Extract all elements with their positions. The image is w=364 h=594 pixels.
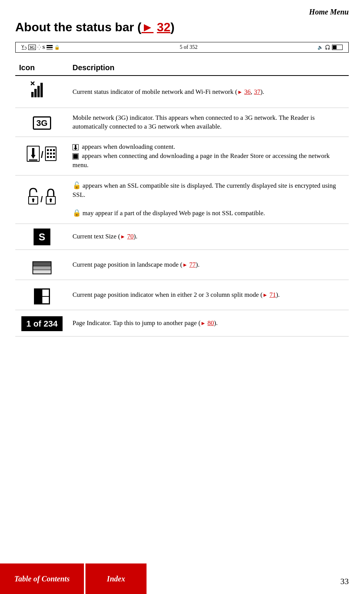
svg-rect-16 — [53, 149, 55, 151]
svg-rect-33 — [75, 156, 76, 157]
table-row: / — [15, 137, 349, 175]
svg-text:/: / — [41, 150, 43, 160]
svg-text:!: ! — [53, 192, 54, 196]
page-wrapper: Home Menu About the status bar (► 32) Y̲… — [0, 0, 364, 594]
col-icon-header: Icon — [15, 60, 69, 76]
svg-rect-8 — [32, 148, 34, 155]
svg-rect-15 — [50, 149, 52, 151]
desc-cell-lock: 🔓 appears when an SSL compatible site is… — [69, 175, 349, 224]
ref-link-77[interactable]: 77 — [189, 261, 196, 268]
icon-cell-lock: / ! — [15, 175, 69, 224]
s-icon-demo: S — [42, 45, 45, 50]
svg-rect-22 — [53, 156, 55, 158]
desc-cell-grid: Current page position indicator when in … — [69, 280, 349, 310]
icon-cell-signal — [15, 76, 69, 108]
desc-cell-s: Current text Size (► 70). — [69, 224, 349, 250]
landscape-icon — [32, 261, 52, 274]
battery-icon — [332, 45, 343, 50]
title-arrow: ► — [142, 20, 154, 34]
svg-rect-32 — [73, 156, 75, 157]
icon-cell-page-indicator: 1 of 234 — [15, 310, 69, 336]
ref-link-36[interactable]: 36 — [244, 88, 251, 95]
desc-cell-page-indicator: Page Indicator. Tap this to jump to anot… — [69, 310, 349, 336]
footer-bar: Table of Contents Index 33 — [0, 563, 364, 594]
ref-link-37[interactable]: 37 — [254, 88, 261, 95]
desc-cell-landscape: Current page position in landscape mode … — [69, 250, 349, 280]
status-icons-left: Y̲ℑ 3G ⁛ S 🔒 — [21, 44, 60, 50]
svg-rect-37 — [76, 157, 78, 159]
volume-icon: 🔈 — [317, 45, 323, 50]
svg-rect-19 — [53, 153, 55, 155]
3g-indicator-icon: 3G — [33, 116, 51, 130]
3g-icon-demo: 3G — [28, 45, 36, 50]
table-row: 1 of 234 Page Indicator. Tap this to jum… — [15, 310, 349, 336]
page-number: 33 — [340, 576, 349, 586]
lock-icon-demo: 🔒 — [54, 45, 60, 50]
table-row: / ! 🔓 appear — [15, 175, 349, 224]
svg-rect-25 — [75, 145, 76, 148]
svg-rect-3 — [40, 83, 43, 97]
ssl-lock-icon: / ! — [27, 198, 57, 209]
svg-rect-21 — [50, 156, 52, 158]
desc-cell-signal: Current status indicator of mobile netwo… — [69, 76, 349, 108]
table-row: 3G Mobile network (3G) indicator. This a… — [15, 108, 349, 137]
closed-lock-text-icon: 🔒 — [72, 209, 81, 217]
icon-cell-grid — [15, 280, 69, 310]
s-size-icon: S — [34, 229, 50, 245]
svg-rect-34 — [76, 156, 78, 157]
table-row: Current page position indicator when in … — [15, 280, 349, 310]
ref-link-70[interactable]: 70 — [127, 233, 134, 240]
svg-rect-36 — [75, 157, 76, 159]
arrow-sym-3: ► — [182, 262, 188, 268]
desc-cell-3g: Mobile network (3G) indicator. This appe… — [69, 108, 349, 137]
status-bar-demo: Y̲ℑ 3G ⁛ S 🔒 5 of 352 🔈 🎧 — [15, 42, 349, 53]
ref-link-80[interactable]: 80 — [208, 319, 214, 327]
svg-rect-17 — [47, 153, 49, 155]
arrow-sym-2: ► — [120, 234, 126, 240]
lines-icon — [47, 45, 53, 50]
col-desc-header: Description — [69, 60, 349, 76]
svg-rect-29 — [73, 154, 75, 156]
open-lock-text-icon: 🔓 — [72, 182, 81, 189]
svg-rect-30 — [75, 154, 76, 156]
title-link-32[interactable]: 32 — [157, 20, 171, 34]
page-title: About the status bar (► 32) — [15, 20, 349, 34]
svg-rect-10 — [29, 159, 37, 161]
headphone-icon: 🎧 — [325, 45, 330, 50]
icon-cell-3g: 3G — [15, 108, 69, 137]
icon-cell-download: / — [15, 137, 69, 175]
ref-link-71[interactable]: 71 — [269, 291, 276, 298]
arrow-sym-4: ► — [263, 292, 268, 298]
download-icon-ref — [72, 143, 80, 150]
dots-icon: ⁛ — [37, 45, 41, 50]
svg-rect-35 — [73, 157, 75, 159]
page-indicator-icon: 1 of 234 — [21, 316, 63, 331]
svg-rect-31 — [76, 154, 78, 156]
home-menu-label: Home Menu — [309, 8, 349, 16]
icon-cell-landscape — [15, 250, 69, 280]
toc-label: Table of Contents — [14, 575, 70, 583]
svg-rect-1 — [34, 89, 37, 97]
status-icons-right: 🔈 🎧 — [317, 45, 343, 50]
icon-cell-s: S — [15, 224, 69, 250]
svg-rect-18 — [50, 153, 52, 155]
icon-table: Icon Description — [15, 60, 349, 336]
status-center-text: 5 of 352 — [180, 44, 198, 50]
toc-button[interactable]: Table of Contents — [0, 563, 84, 594]
svg-rect-2 — [37, 86, 40, 97]
svg-point-41 — [32, 198, 34, 201]
svg-point-46 — [50, 198, 52, 201]
index-label: Index — [107, 575, 125, 583]
svg-text:/: / — [40, 195, 43, 204]
table-row: Current page position in landscape mode … — [15, 250, 349, 280]
table-row: S Current text Size (► 70). — [15, 224, 349, 250]
arrow-sym-5: ► — [201, 320, 206, 326]
svg-rect-20 — [47, 156, 49, 158]
svg-rect-0 — [31, 92, 34, 97]
svg-rect-14 — [47, 149, 49, 151]
table-row: Current status indicator of mobile netwo… — [15, 76, 349, 108]
signal-icon: Y̲ℑ — [21, 44, 27, 50]
desc-cell-download: appears when downloading content. — [69, 137, 349, 175]
signal-wifi-icon — [31, 90, 53, 100]
index-button[interactable]: Index — [85, 563, 147, 594]
